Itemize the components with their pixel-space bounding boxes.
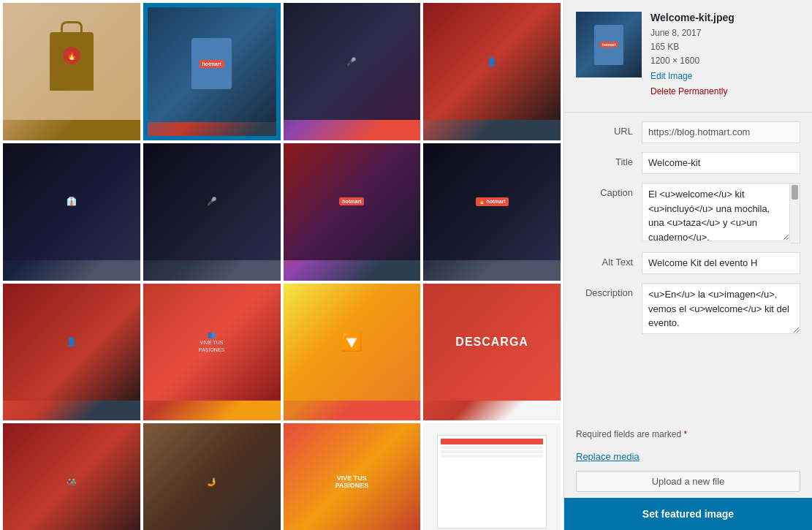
caption-scrollbar bbox=[790, 183, 800, 243]
file-info: hotmart Welcome-kit.jpeg June 8, 2017 16… bbox=[564, 0, 812, 113]
media-item[interactable]: 👤 bbox=[3, 284, 140, 421]
title-row: Title bbox=[576, 152, 800, 174]
media-item[interactable]: 👫 bbox=[3, 423, 140, 530]
set-featured-image-button[interactable]: Set featured image bbox=[564, 498, 812, 530]
caption-row: Caption El <u>welcome</u> kit <u>incluyó… bbox=[576, 183, 800, 243]
media-item[interactable]: 🎤 bbox=[143, 143, 281, 281]
file-size: 165 KB bbox=[650, 40, 800, 54]
media-item[interactable]: 🤳 bbox=[143, 423, 281, 530]
file-dims: 1200 × 1600 bbox=[650, 54, 800, 68]
media-grid-wrapper[interactable]: 🔥 hotmart 🎤 👤 bbox=[0, 0, 564, 530]
replace-media-link[interactable]: Replace media bbox=[576, 451, 640, 462]
media-item[interactable]: 👤 bbox=[423, 3, 561, 140]
media-item[interactable]: DESCARGA bbox=[423, 284, 561, 421]
description-label: Description bbox=[576, 283, 642, 298]
caption-scrollbar-thumb bbox=[792, 185, 798, 200]
caption-wrapper: El <u>welcome</u> kit <u>incluyó</u> una… bbox=[642, 183, 800, 243]
file-thumbnail: hotmart bbox=[576, 12, 642, 77]
media-item[interactable]: 👥VIVE TUSPASIONES bbox=[143, 284, 281, 421]
replace-media-section: Replace media bbox=[564, 445, 812, 465]
alt-text-input[interactable] bbox=[642, 252, 800, 274]
media-panel: 🔥 hotmart 🎤 👤 bbox=[0, 0, 564, 530]
details-panel: hotmart Welcome-kit.jpeg June 8, 2017 16… bbox=[564, 0, 812, 530]
url-input[interactable] bbox=[642, 121, 800, 143]
description-input[interactable]: <u>En</u> la <u>imagen</u>, vemos el <u>… bbox=[642, 283, 800, 334]
media-item[interactable] bbox=[423, 423, 561, 530]
alt-text-row: Alt Text bbox=[576, 252, 800, 274]
url-label: URL bbox=[576, 121, 642, 137]
media-item-selected[interactable]: hotmart bbox=[143, 3, 281, 140]
file-meta: Welcome-kit.jpeg June 8, 2017 165 KB 120… bbox=[650, 12, 800, 100]
required-notice: Required fields are marked * bbox=[564, 426, 812, 445]
title-input[interactable] bbox=[642, 152, 800, 174]
url-row: URL bbox=[576, 121, 800, 143]
media-item[interactable]: 🔥 hotmart bbox=[423, 143, 561, 281]
caption-input[interactable]: El <u>welcome</u> kit <u>incluyó</u> una… bbox=[642, 183, 790, 241]
edit-image-link[interactable]: Edit Image bbox=[650, 69, 800, 85]
media-item[interactable]: VIVE TUSPASIONES bbox=[284, 423, 421, 530]
title-label: Title bbox=[576, 152, 642, 167]
form-section: URL Title Caption El <u>welcome</u> kit … bbox=[564, 113, 812, 426]
media-grid: 🔥 hotmart 🎤 👤 bbox=[3, 3, 561, 530]
media-item[interactable]: 👔 bbox=[3, 143, 140, 281]
upload-new-file-button[interactable]: Upload a new file bbox=[576, 471, 800, 492]
bottom-actions: Upload a new file Set featured image bbox=[564, 465, 812, 530]
alt-text-label: Alt Text bbox=[576, 252, 642, 268]
media-item[interactable]: 🔥 bbox=[3, 3, 140, 140]
caption-label: Caption bbox=[576, 183, 642, 198]
file-date: June 8, 2017 bbox=[650, 26, 800, 40]
file-name: Welcome-kit.jpeg bbox=[650, 12, 800, 23]
delete-permanently-link[interactable]: Delete Permanently bbox=[650, 84, 800, 100]
description-row: Description <u>En</u> la <u>imagen</u>, … bbox=[576, 283, 800, 334]
media-item[interactable]: 🎤 bbox=[284, 3, 421, 140]
required-star: * bbox=[683, 429, 687, 439]
media-item[interactable]: hotmart bbox=[284, 143, 421, 281]
media-item[interactable]: 🔽 bbox=[284, 284, 421, 421]
